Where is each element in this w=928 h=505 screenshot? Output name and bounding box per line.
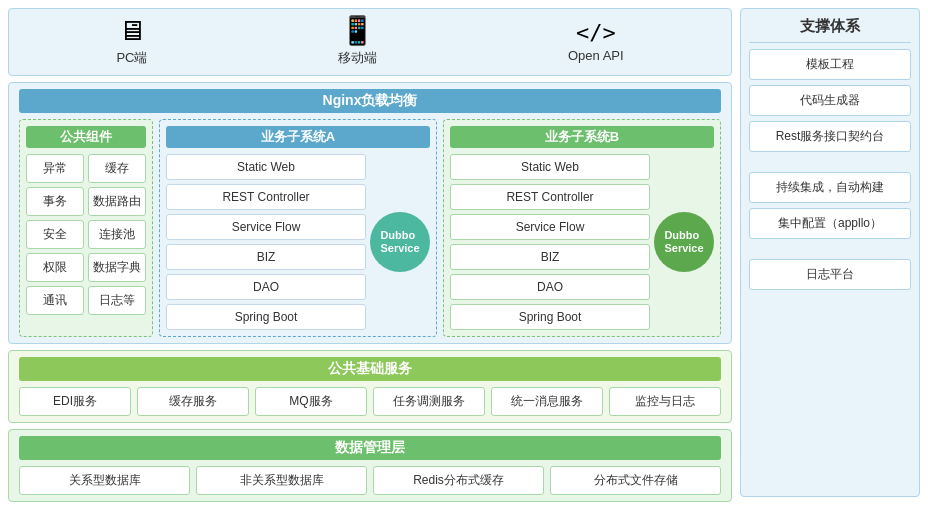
foundation-item-3: 任务调测服务 (373, 387, 485, 416)
api-label: Open API (568, 48, 624, 63)
clients-section: 🖥 PC端 📱 移动端 </> Open API (8, 8, 732, 76)
dubbo-a-label: DubboService (380, 229, 419, 255)
comp-item: 事务 (26, 187, 84, 216)
client-mobile: 📱 移动端 (338, 17, 377, 67)
biz-b-layer-4: DAO (450, 274, 650, 300)
comp-item: 安全 (26, 220, 84, 249)
nginx-inner: 公共组件 异常 缓存 事务 数据路由 安全 连接池 权限 数据字典 通讯 日志等 (19, 119, 721, 337)
client-api: </> Open API (568, 22, 624, 63)
comp-item: 通讯 (26, 286, 84, 315)
public-component-title: 公共组件 (26, 126, 146, 148)
biz-a-title: 业务子系统A (166, 126, 430, 148)
comp-item: 缓存 (88, 154, 146, 183)
right-divider-1 (749, 158, 911, 166)
biz-a-layers: Static Web REST Controller Service Flow … (166, 154, 366, 330)
data-section: 数据管理层 关系型数据库 非关系型数据库 Redis分布式缓存 分布式文件存储 (8, 429, 732, 502)
data-items: 关系型数据库 非关系型数据库 Redis分布式缓存 分布式文件存储 (19, 466, 721, 495)
public-component: 公共组件 异常 缓存 事务 数据路由 安全 连接池 权限 数据字典 通讯 日志等 (19, 119, 153, 337)
right-group-1: 模板工程 代码生成器 Rest服务接口契约台 (749, 49, 911, 152)
biz-b-layer-1: REST Controller (450, 184, 650, 210)
foundation-item-0: EDI服务 (19, 387, 131, 416)
dubbo-b-label: DubboService (664, 229, 703, 255)
biz-b-layer-5: Spring Boot (450, 304, 650, 330)
biz-a-layer-0: Static Web (166, 154, 366, 180)
comp-item: 日志等 (88, 286, 146, 315)
biz-b-title: 业务子系统B (450, 126, 714, 148)
right-group-3: 日志平台 (749, 259, 911, 290)
nginx-title: Nginx负载均衡 (19, 89, 721, 113)
foundation-title: 公共基础服务 (19, 357, 721, 381)
data-item-2: Redis分布式缓存 (373, 466, 544, 495)
comp-item: 数据字典 (88, 253, 146, 282)
right-item-template: 模板工程 (749, 49, 911, 80)
main-container: 🖥 PC端 📱 移动端 </> Open API Nginx负载均衡 公共组件 … (0, 0, 928, 505)
data-item-1: 非关系型数据库 (196, 466, 367, 495)
data-item-3: 分布式文件存储 (550, 466, 721, 495)
comp-item: 异常 (26, 154, 84, 183)
right-panel: 支撑体系 模板工程 代码生成器 Rest服务接口契约台 持续集成，自动构建 集中… (740, 8, 920, 497)
biz-system-a: 业务子系统A Static Web REST Controller Servic… (159, 119, 437, 337)
biz-a-layer-3: BIZ (166, 244, 366, 270)
dubbo-a-circle: DubboService (370, 212, 430, 272)
foundation-item-4: 统一消息服务 (491, 387, 603, 416)
right-item-restcontract: Rest服务接口契约台 (749, 121, 911, 152)
foundation-section: 公共基础服务 EDI服务 缓存服务 MQ服务 任务调测服务 统一消息服务 监控与… (8, 350, 732, 423)
biz-a-layer-5: Spring Boot (166, 304, 366, 330)
comp-item: 连接池 (88, 220, 146, 249)
biz-b-layer-2: Service Flow (450, 214, 650, 240)
nginx-section: Nginx负载均衡 公共组件 异常 缓存 事务 数据路由 安全 连接池 权限 数… (8, 82, 732, 344)
right-item-codegen: 代码生成器 (749, 85, 911, 116)
data-item-0: 关系型数据库 (19, 466, 190, 495)
left-panel: 🖥 PC端 📱 移动端 </> Open API Nginx负载均衡 公共组件 … (8, 8, 732, 497)
biz-a-layer-1: REST Controller (166, 184, 366, 210)
biz-b-layers: Static Web REST Controller Service Flow … (450, 154, 650, 330)
client-pc: 🖥 PC端 (116, 17, 147, 67)
foundation-item-5: 监控与日志 (609, 387, 721, 416)
right-item-ci: 持续集成，自动构建 (749, 172, 911, 203)
biz-b-layer-3: BIZ (450, 244, 650, 270)
comp-item: 数据路由 (88, 187, 146, 216)
comp-item: 权限 (26, 253, 84, 282)
foundation-items: EDI服务 缓存服务 MQ服务 任务调测服务 统一消息服务 监控与日志 (19, 387, 721, 416)
comp-grid: 异常 缓存 事务 数据路由 安全 连接池 权限 数据字典 通讯 日志等 (26, 154, 146, 315)
biz-a-inner: Static Web REST Controller Service Flow … (166, 154, 430, 330)
right-item-log: 日志平台 (749, 259, 911, 290)
right-divider-2 (749, 245, 911, 253)
pc-icon: 🖥 (118, 17, 146, 45)
biz-system-b: 业务子系统B Static Web REST Controller Servic… (443, 119, 721, 337)
mobile-icon: 📱 (340, 17, 375, 45)
biz-b-layer-0: Static Web (450, 154, 650, 180)
biz-a-layer-2: Service Flow (166, 214, 366, 240)
right-panel-title: 支撑体系 (749, 17, 911, 43)
right-item-config: 集中配置（appllo） (749, 208, 911, 239)
biz-a-layer-4: DAO (166, 274, 366, 300)
right-group-2: 持续集成，自动构建 集中配置（appllo） (749, 172, 911, 239)
pc-label: PC端 (116, 49, 147, 67)
foundation-item-2: MQ服务 (255, 387, 367, 416)
mobile-label: 移动端 (338, 49, 377, 67)
dubbo-b-circle: DubboService (654, 212, 714, 272)
api-icon: </> (576, 22, 616, 44)
data-title: 数据管理层 (19, 436, 721, 460)
foundation-item-1: 缓存服务 (137, 387, 249, 416)
biz-b-inner: Static Web REST Controller Service Flow … (450, 154, 714, 330)
